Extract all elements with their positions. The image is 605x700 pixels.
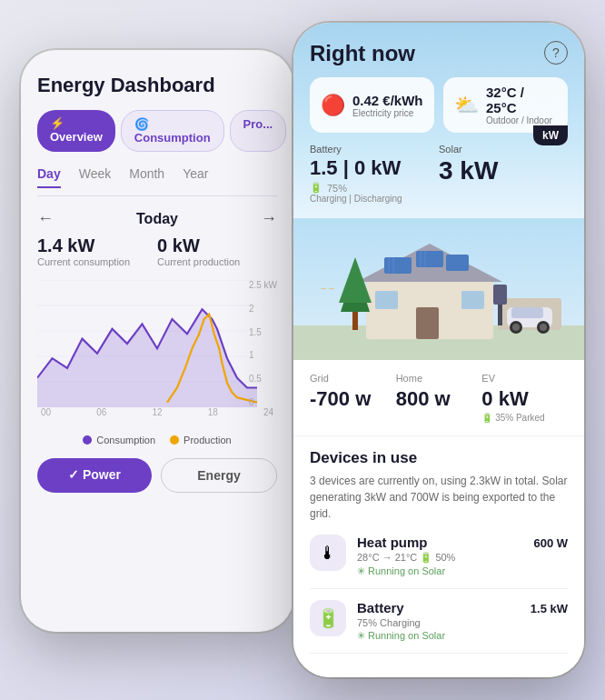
energy-stats-row: Grid -700 w Home 800 w EV 0 kW 🔋 35% Par… — [293, 360, 584, 436]
electricity-label: Electricity price — [352, 108, 423, 118]
stat-production: 0 kW Current production — [157, 235, 240, 267]
svg-point-25 — [540, 324, 547, 331]
electricity-icon: 🔴 — [321, 94, 345, 117]
tab-pro[interactable]: Pro... — [230, 110, 287, 152]
right-header: Right now ? 🔴 0.42 €/kWh Electricity pri… — [293, 23, 584, 218]
battery-value: 1.5 | 0 kW — [310, 156, 439, 180]
devices-section: Devices in use 3 devices are currently o… — [293, 436, 584, 677]
svg-rect-17 — [416, 307, 439, 339]
electricity-price: 0.42 €/kWh — [352, 93, 423, 108]
stats-row: 1.4 kW Current consumption 0 kW Current … — [37, 235, 277, 267]
temperature-value: 32°C / 25°C — [486, 85, 557, 115]
consumption-label: Current consumption — [37, 256, 130, 267]
left-title: Energy Dashboard — [37, 74, 277, 97]
solar-value: 3 kW — [439, 156, 568, 185]
time-tabs: Day Week Month Year — [37, 166, 277, 192]
ev-value: 0 kW — [481, 387, 568, 411]
production-label: Current production — [157, 256, 240, 267]
house-svg: →→ — [293, 218, 584, 360]
device-info-heat-pump: Heat pump 28°C → 21°C 🔋 50% ✳ Running on… — [357, 535, 522, 577]
next-arrow[interactable]: → — [261, 209, 277, 228]
legend-consumption: Consumption — [83, 435, 155, 445]
power-button[interactable]: ✓ Power — [37, 458, 152, 493]
temperature-icon: ⛅ — [454, 94, 479, 117]
battery-device-detail: 75% Charging — [357, 617, 520, 628]
svg-rect-12 — [446, 255, 469, 271]
battery-device-icon: 🔋 — [317, 607, 340, 629]
chart-area: 2.5 kW 2 1.5 1 0.5 0 — [37, 280, 277, 425]
stat-consumption: 1.4 kW Current consumption — [37, 235, 130, 267]
battery-device-name: Battery — [357, 600, 520, 615]
tab-overview[interactable]: ⚡ Overview — [37, 110, 115, 152]
divider — [37, 195, 277, 196]
battery-device-status: ✳ Running on Solar — [357, 630, 520, 642]
legend-label-production: Production — [183, 435, 232, 445]
phone-left: Energy Dashboard ⚡ Overview 🌀 Consumptio… — [21, 50, 293, 632]
svg-point-24 — [512, 324, 520, 331]
home-stat: Home 800 w — [396, 373, 482, 423]
tab-week[interactable]: Week — [79, 166, 112, 188]
tab-year[interactable]: Year — [183, 166, 208, 188]
electricity-card: 🔴 0.42 €/kWh Electricity price — [310, 77, 434, 133]
nav-title: Today — [136, 211, 178, 227]
temperature-sub: Outdoor / Indoor — [486, 115, 557, 125]
legend-dot-consumption — [83, 435, 92, 445]
tabs-row: ⚡ Overview 🌀 Consumption Pro... — [37, 110, 277, 152]
charge-percent: 75% — [327, 183, 347, 194]
consumption-value: 1.4 kW — [37, 235, 130, 256]
legend-row: Consumption Production — [37, 435, 277, 445]
phone-right: Right now ? 🔴 0.42 €/kWh Electricity pri… — [293, 23, 584, 677]
svg-rect-31 — [493, 285, 507, 305]
devices-desc: 3 devices are currently on, using 2.3kW … — [310, 473, 568, 522]
device-info-battery: Battery 75% Charging ✳ Running on Solar — [357, 600, 520, 642]
legend-label-consumption: Consumption — [96, 435, 155, 445]
chart-y-labels: 2.5 kW 2 1.5 1 0.5 0 — [249, 280, 277, 407]
kw-badge: kW — [533, 125, 568, 145]
tab-day[interactable]: Day — [37, 166, 61, 188]
svg-text:→→: →→ — [319, 284, 335, 293]
svg-rect-10 — [384, 257, 412, 274]
svg-rect-26 — [511, 307, 543, 318]
temperature-card: ⛅ 32°C / 25°C Outdoor / Indoor — [443, 77, 568, 133]
battery-charge-row: 🔋 75% — [310, 182, 439, 194]
phones-container: Energy Dashboard ⚡ Overview 🌀 Consumptio… — [12, 14, 593, 686]
ev-label: EV — [481, 373, 568, 384]
chart-svg — [37, 280, 277, 407]
heat-pump-name: Heat pump — [357, 535, 522, 550]
ev-stat: EV 0 kW 🔋 35% Parked — [481, 373, 568, 423]
production-value: 0 kW — [157, 235, 240, 256]
device-battery[interactable]: 🔋 Battery 75% Charging ✳ Running on Sola… — [310, 600, 568, 654]
house-area: →→ — [293, 218, 584, 360]
heat-pump-detail: 28°C → 21°C 🔋 50% — [357, 552, 522, 564]
info-cards-row: 🔴 0.42 €/kWh Electricity price ⛅ 32°C / … — [310, 77, 568, 133]
heat-pump-icon-wrap: 🌡 — [310, 535, 346, 571]
battery-device-power: 1.5 kW — [531, 600, 568, 615]
svg-rect-19 — [461, 291, 484, 309]
battery-sub: Charging | Discharging — [310, 194, 439, 204]
grid-value: -700 w — [310, 387, 396, 411]
svg-rect-18 — [375, 291, 398, 309]
energy-button[interactable]: Energy — [161, 458, 277, 493]
power-energy-row: ✓ Power Energy — [37, 458, 277, 493]
battery-label: Battery — [310, 144, 439, 155]
help-icon[interactable]: ? — [544, 41, 568, 65]
legend-dot-production — [170, 435, 179, 445]
tab-consumption[interactable]: 🌀 Consumption — [121, 110, 224, 152]
home-value: 800 w — [396, 387, 482, 411]
ev-sub: 🔋 35% Parked — [481, 413, 568, 423]
chart-x-labels: 00 06 12 18 24 — [37, 407, 277, 417]
grid-label: Grid — [310, 373, 396, 384]
heat-pump-status: ✳ Running on Solar — [357, 565, 522, 577]
svg-rect-11 — [416, 251, 443, 267]
battery-icon-wrap: 🔋 — [310, 600, 346, 636]
right-title: Right now — [310, 41, 568, 66]
heat-pump-power: 600 W — [533, 535, 568, 550]
charge-icon: 🔋 — [310, 182, 322, 194]
tab-month[interactable]: Month — [129, 166, 164, 188]
prev-arrow[interactable]: ← — [37, 209, 54, 228]
device-heat-pump[interactable]: 🌡 Heat pump 28°C → 21°C 🔋 50% ✳ Running … — [310, 535, 568, 589]
home-label: Home — [396, 373, 482, 384]
grid-stat: Grid -700 w — [310, 373, 396, 423]
legend-production: Production — [170, 435, 232, 445]
nav-row: ← Today → — [37, 209, 277, 228]
